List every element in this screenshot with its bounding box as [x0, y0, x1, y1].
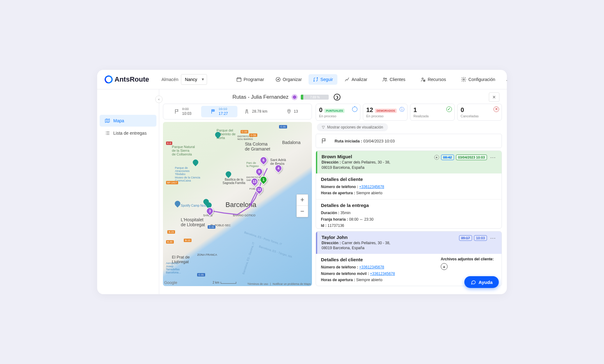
- details-column: 0PUNTUALES En proceso 12DEMORADOS En pro…: [316, 104, 503, 286]
- warehouse-selector: Almacén Nancy: [161, 74, 207, 85]
- nav-schedule[interactable]: Programar: [232, 74, 268, 85]
- flag-start-icon: [174, 109, 180, 114]
- nav-config[interactable]: Configuración: [457, 74, 499, 85]
- route-next-button[interactable]: ❯: [334, 94, 340, 101]
- content-area: 8:00 10:03 16:10 17:27: [159, 104, 507, 290]
- nav-organize[interactable]: Organizar: [271, 74, 306, 85]
- route-icon: [313, 77, 318, 82]
- sidebar: ‹ Mapa Lista de entregas: [97, 89, 159, 294]
- svg-point-1: [276, 77, 280, 82]
- nav-analyze[interactable]: Analizar: [340, 74, 372, 85]
- stat-cancelled[interactable]: 0 Canceladas ✕: [457, 104, 502, 121]
- calendar-icon: [236, 77, 242, 82]
- road-icon: [244, 109, 250, 114]
- top-header: AntsRoute Almacén Nancy Programar Organi…: [97, 70, 507, 89]
- nav-resources[interactable]: Recursos: [416, 74, 450, 85]
- list-icon: [105, 130, 110, 136]
- warehouse-label: Almacén: [161, 77, 178, 82]
- check-icon: ✓: [446, 106, 452, 112]
- stat-delayed[interactable]: 12DEMORADOS En proceso ⓘ: [363, 104, 408, 121]
- svg-point-4: [384, 78, 385, 79]
- warehouse-select[interactable]: Nancy: [181, 74, 207, 85]
- phone-link[interactable]: +33612345678: [359, 265, 384, 269]
- route-progress: 7.69 %: [301, 95, 329, 100]
- pin-icon: [286, 109, 291, 114]
- main-nav: Programar Organizar Seguir Analizar: [232, 74, 372, 85]
- spinner-icon: [352, 106, 358, 112]
- app-body: ‹ Mapa Lista de entregas Rutas - Julia F…: [97, 89, 507, 294]
- map-marker-6[interactable]: 6: [258, 155, 269, 165]
- sidebar-item-map[interactable]: Mapa: [100, 115, 156, 127]
- logo[interactable]: AntsRoute: [105, 75, 149, 83]
- map-city-label: Barcelona: [226, 201, 256, 209]
- app-window: AntsRoute Almacén Nancy Programar Organi…: [97, 70, 507, 294]
- map-column: 8:00 10:03 16:10 17:27: [163, 104, 312, 286]
- route-timings: 8:00 10:03 16:10 17:27: [163, 104, 312, 119]
- nav-follow[interactable]: Seguir: [309, 74, 337, 85]
- zoom-in-button[interactable]: +: [297, 195, 308, 206]
- status-dot-icon: [434, 155, 439, 160]
- google-logo: Google: [164, 280, 177, 285]
- user-gear-icon: [420, 77, 426, 82]
- route-color-dot: [292, 95, 297, 100]
- svg-point-7: [424, 80, 425, 81]
- logo-text: AntsRoute: [115, 75, 149, 83]
- planned-time-chip: 09:17: [459, 235, 472, 241]
- sidebar-item-deliveries[interactable]: Lista de entregas: [100, 127, 156, 139]
- compass-icon: [275, 77, 281, 82]
- stat-done[interactable]: 1 Realizada ✓: [410, 104, 455, 121]
- delivery-times-2: 09:17 10:03 ⋯: [459, 235, 497, 241]
- svg-point-8: [463, 79, 465, 80]
- help-button[interactable]: Ayuda: [464, 276, 499, 288]
- route-started-banner: Ruta iniciada : 03/04/2023 10:03: [316, 134, 502, 148]
- map-view[interactable]: Barcelona BARRIO GÓTICO Sta Coloma de Gr…: [163, 122, 312, 286]
- delivery-details-1: Detalles de la entrega Duración : 35min …: [316, 199, 502, 228]
- route-title: Rutas - Julia Fernandez: [232, 94, 288, 100]
- notifications-button[interactable]: 32: [506, 76, 507, 83]
- more-button[interactable]: ⋯: [489, 154, 497, 161]
- delivery-client-details-1: Detalles del cliente Número de teléfono …: [316, 173, 502, 200]
- map-zoom-controls: + −: [296, 194, 308, 217]
- route-close-button[interactable]: ✕: [489, 92, 499, 102]
- filter-icon: ▽: [322, 125, 325, 129]
- planned-time-chip: 08:42: [441, 155, 454, 160]
- svg-point-6: [422, 78, 423, 79]
- svg-point-5: [385, 78, 387, 79]
- users-icon: [382, 77, 388, 82]
- route-header: Rutas - Julia Fernandez 7.69 % ❯ ✕: [159, 89, 507, 104]
- zoom-out-button[interactable]: −: [297, 206, 308, 217]
- add-attachment-button[interactable]: +: [441, 263, 448, 270]
- stat-punctual[interactable]: 0PUNTUALES En proceso: [316, 104, 360, 121]
- map-attribution: Términos de uso | Notificar un problema …: [247, 282, 311, 285]
- info-icon: ⓘ: [399, 106, 405, 112]
- mobile-link[interactable]: +33612345678: [370, 272, 395, 276]
- actual-time-chip: 03/04/2023 10:03: [456, 155, 487, 160]
- timing-start: 8:00 10:03: [165, 106, 201, 117]
- map-scale: 2 km: [213, 281, 236, 284]
- svg-point-9: [288, 110, 289, 111]
- delivery-header-2[interactable]: Taylor John Dirección : Carrer dels Pell…: [316, 231, 502, 254]
- delivery-times-1: 08:42 03/04/2023 10:03 ⋯: [434, 154, 497, 161]
- more-button[interactable]: ⋯: [489, 235, 497, 241]
- delivery-header-1[interactable]: Brown Miguel Dirección : Carrer dels Pel…: [316, 151, 502, 173]
- sidebar-collapse-button[interactable]: ‹: [155, 96, 163, 103]
- chart-icon: [344, 77, 350, 82]
- chat-icon: [471, 279, 476, 285]
- header-right: Clientes Recursos Configuración 32 MH: [378, 74, 507, 85]
- map-marker-8[interactable]: 8: [254, 166, 264, 177]
- main-content: Rutas - Julia Fernandez 7.69 % ❯ ✕: [159, 89, 507, 294]
- nav-clients[interactable]: Clientes: [378, 74, 410, 85]
- delivery-card-1: Brown Miguel Dirección : Carrer dels Pel…: [316, 151, 502, 229]
- flag-end-icon: [210, 109, 216, 114]
- bell-icon: [506, 76, 507, 83]
- display-options-button[interactable]: ▽ Mostrar opciones de visualización: [317, 123, 388, 131]
- flag-icon: [321, 138, 327, 144]
- svg-rect-0: [237, 78, 241, 82]
- stats-row: 0PUNTUALES En proceso 12DEMORADOS En pro…: [316, 104, 502, 121]
- timing-end[interactable]: 16:10 17:27: [201, 106, 238, 117]
- map-icon: [105, 118, 110, 124]
- timing-stops: 13: [274, 106, 311, 117]
- logo-icon: [103, 74, 114, 85]
- phone-link[interactable]: +33612345678: [359, 185, 384, 189]
- gear-icon: [461, 77, 467, 82]
